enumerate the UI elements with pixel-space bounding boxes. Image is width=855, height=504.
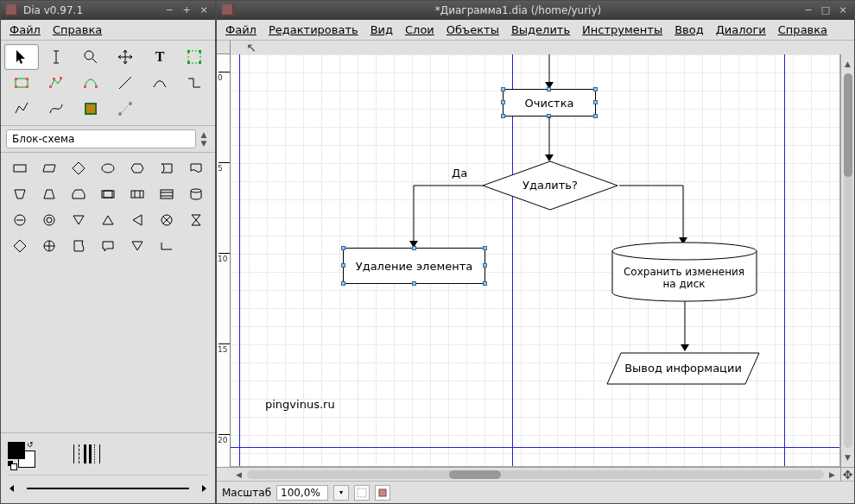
shape-pentagon[interactable] (65, 182, 92, 206)
menu-file[interactable]: Файл (220, 22, 262, 38)
tool-bezier-edit[interactable] (73, 70, 108, 96)
tool-move[interactable] (108, 44, 142, 70)
maximize-icon[interactable]: + (180, 4, 193, 16)
toolbox-title: Dia v0.97.1 (23, 4, 158, 16)
shape-hourglass[interactable] (182, 208, 210, 232)
svg-rect-6 (199, 61, 201, 64)
reset-colors-icon[interactable] (8, 461, 16, 469)
shape-triangle-left[interactable] (124, 208, 151, 232)
menu-help[interactable]: Справка (773, 22, 833, 38)
arrow-start-icon[interactable] (8, 482, 20, 495)
menu-edit[interactable]: Редактировать (263, 22, 364, 38)
arrow-end-icon[interactable] (196, 482, 208, 495)
shape-trap-up[interactable] (35, 182, 63, 206)
shape-cylinder[interactable] (182, 182, 210, 206)
maximize-icon[interactable]: □ (820, 4, 832, 16)
shape-document[interactable] (182, 156, 210, 180)
shape-smallrect[interactable] (153, 234, 180, 258)
tool-zigzag[interactable] (177, 70, 212, 96)
minimize-icon[interactable]: − (163, 4, 175, 16)
minimize-icon[interactable]: − (802, 4, 814, 16)
shape-hexagon[interactable] (124, 156, 151, 180)
nav-up-left-icon[interactable]: ↖ (244, 41, 258, 54)
tool-dashed[interactable] (108, 96, 142, 122)
svg-rect-21 (14, 165, 26, 172)
tool-pointer[interactable] (4, 44, 39, 70)
nav-pan-icon[interactable]: ✥ (840, 467, 854, 481)
tool-text[interactable]: T (142, 44, 177, 70)
menu-help[interactable]: Справка (48, 22, 107, 38)
tool-zoom[interactable] (73, 44, 108, 70)
shape-callout[interactable] (94, 234, 122, 258)
svg-rect-8 (15, 78, 17, 80)
tool-rect-select[interactable] (177, 44, 212, 70)
diagram-node-save[interactable]: Сохранить измененияна диск (609, 241, 760, 303)
diagram-canvas[interactable]: Очистка Удалить? Да (231, 54, 840, 467)
shape-target[interactable] (35, 234, 63, 258)
tool-green-rect[interactable] (4, 70, 39, 96)
menu-dialogs[interactable]: Диалоги (711, 22, 771, 38)
horizontal-scrollbar[interactable]: ◀ ▶ (231, 467, 840, 481)
shape-grid (1, 153, 215, 308)
shape-triangle-down[interactable] (65, 208, 92, 232)
fg-bg-swatches[interactable]: ↺ (8, 442, 39, 466)
close-icon[interactable]: × (198, 4, 210, 16)
shape-triangle-up[interactable] (94, 208, 122, 232)
diagram-node-decision[interactable]: Удалить? (481, 160, 619, 211)
tool-image[interactable] (73, 96, 108, 122)
line-weight-selector[interactable] (27, 488, 189, 489)
zoom-label: Масштаб (222, 487, 271, 499)
sheet-selector: ▲▼ (1, 126, 215, 153)
menu-view[interactable]: Вид (365, 22, 398, 38)
vertical-ruler[interactable]: 0 5 10 15 20 (217, 54, 231, 467)
shape-circle[interactable] (94, 156, 122, 180)
close-icon[interactable]: × (837, 4, 849, 16)
vertical-scrollbar[interactable]: ▲ ▼ (840, 54, 854, 467)
menu-select[interactable]: Выделить (506, 22, 575, 38)
menu-tools[interactable]: Инструменты (577, 22, 668, 38)
shape-diamond[interactable] (65, 156, 92, 180)
toolbox-titlebar[interactable]: Dia v0.97.1 − + × (1, 1, 215, 20)
menu-file[interactable]: Файл (4, 22, 46, 38)
shape-double-rect[interactable] (94, 182, 122, 206)
svg-text:Вывод информации: Вывод информации (624, 362, 742, 375)
menu-layers[interactable]: Слои (400, 22, 440, 38)
zoom-dropdown-icon[interactable]: ▾ (333, 485, 349, 501)
tool-poly-edit[interactable] (39, 70, 73, 96)
shape-process[interactable] (6, 156, 34, 180)
swap-colors-icon[interactable]: ↺ (27, 440, 34, 449)
tool-line[interactable] (108, 70, 142, 96)
zoom-input[interactable] (276, 485, 328, 501)
menu-objects[interactable]: Объекты (441, 22, 504, 38)
snap-toggle-button[interactable] (354, 485, 370, 501)
shape-hex-circ[interactable] (6, 208, 34, 232)
shape-triangle-down2[interactable] (124, 234, 151, 258)
object-snap-button[interactable] (375, 485, 390, 501)
shape-double-vline[interactable] (124, 182, 151, 206)
line-style-selector[interactable] (73, 443, 103, 465)
menu-input[interactable]: Ввод (669, 22, 709, 38)
shape-parallelogram[interactable] (35, 156, 63, 180)
ruler-corner[interactable] (217, 41, 231, 54)
diagram-node-output[interactable]: Вывод информации (605, 351, 761, 386)
tool-polyline[interactable] (4, 96, 39, 122)
shape-flag[interactable] (65, 234, 92, 258)
tool-bezier[interactable] (39, 96, 73, 122)
sheet-spinner[interactable]: ▲▼ (198, 130, 210, 148)
sheet-combobox[interactable] (6, 129, 196, 148)
shape-notch-circ[interactable] (35, 208, 63, 232)
fg-color-swatch[interactable] (8, 442, 25, 459)
shape-x-circle[interactable] (153, 208, 180, 232)
tool-arc[interactable] (142, 70, 177, 96)
diagram-node-delete[interactable]: Удаление элемента (343, 248, 485, 284)
diagram-label-yes: Да (452, 167, 467, 180)
shape-trap-down[interactable] (6, 182, 34, 206)
shape-hex2[interactable] (6, 234, 34, 258)
tool-text-cursor[interactable] (39, 44, 73, 70)
shape-double-hline[interactable] (153, 182, 180, 206)
shape-notch[interactable] (153, 156, 180, 180)
main-titlebar[interactable]: *Диаграмма1.dia (/home/yuriy) − □ × (217, 1, 854, 20)
svg-rect-3 (187, 50, 190, 53)
diagram-node-clear[interactable]: Очистка (503, 89, 596, 117)
main-window: *Диаграмма1.dia (/home/yuriy) − □ × Файл… (216, 0, 855, 504)
